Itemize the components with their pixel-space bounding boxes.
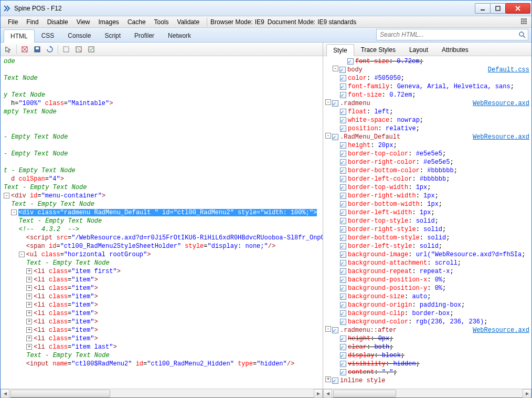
save-icon[interactable] — [31, 44, 43, 55]
decl-checkbox[interactable] — [340, 193, 346, 199]
style-declaration[interactable]: background-position-x: 0%; — [325, 276, 529, 284]
dom-node[interactable]: -<ul class="horizontal rootGroup"> — [4, 250, 323, 259]
decl-checkbox[interactable] — [340, 218, 346, 224]
decl-checkbox[interactable] — [340, 319, 346, 325]
document-mode-value[interactable]: IE9 standards — [315, 18, 356, 26]
decl-checkbox[interactable] — [340, 159, 346, 165]
clear-cache-icon[interactable] — [19, 44, 30, 55]
expand-toggle-icon[interactable]: - — [325, 326, 331, 332]
style-declaration[interactable]: border-left-color: #bbbbbb; — [325, 175, 529, 183]
dom-node[interactable]: <input name="ctl00$RadMenu2" id="ctl00_R… — [4, 360, 323, 368]
dom-node[interactable]: - Empty Text Node — [4, 133, 323, 141]
html-hscrollbar[interactable]: ◂ ▸ — [1, 389, 323, 397]
expand-toggle-icon[interactable]: + — [325, 376, 331, 382]
decl-checkbox[interactable] — [340, 125, 346, 132]
decl-checkbox[interactable] — [340, 226, 346, 233]
dom-node[interactable]: <span id="ctl00_RadMenu2StyleSheetHolder… — [4, 242, 323, 250]
dom-node[interactable]: <script src="/WebResource.axd?d=r0Ji5FrO… — [4, 234, 323, 242]
rule-checkbox[interactable] — [332, 378, 338, 384]
tab-css[interactable]: CSS — [35, 29, 61, 42]
expand-toggle-icon[interactable]: + — [26, 310, 32, 316]
style-declaration[interactable]: border-right-color: #e5e5e5; — [325, 158, 529, 166]
style-declaration[interactable]: border-top-color: #e5e5e5; — [325, 150, 529, 158]
dom-node[interactable]: +<li class="item"> — [4, 326, 323, 334]
tab-console[interactable]: Console — [61, 29, 98, 42]
decl-checkbox[interactable] — [340, 352, 346, 359]
style-declaration[interactable]: border-bottom-style: solid; — [325, 234, 529, 242]
decl-checkbox[interactable] — [340, 268, 346, 275]
decl-checkbox[interactable] — [340, 167, 346, 174]
expand-toggle-icon[interactable]: + — [26, 277, 32, 282]
dom-node[interactable]: -<div class="radmenu RadMenu_Default " i… — [4, 208, 323, 217]
expand-toggle-icon[interactable]: - — [19, 252, 25, 257]
decl-checkbox[interactable] — [340, 277, 346, 283]
dom-node[interactable]: Text - Empty Text Node — [4, 259, 323, 267]
dom-node[interactable] — [4, 158, 323, 166]
style-rule[interactable]: +inline style — [325, 376, 529, 385]
style-declaration[interactable]: border-right-style: solid; — [325, 225, 529, 234]
menu-validate[interactable]: Validate — [173, 17, 204, 27]
decl-checkbox[interactable] — [340, 210, 346, 216]
minimize-button[interactable] — [475, 3, 491, 14]
dom-node[interactable]: t - Empty Text Node — [4, 166, 323, 175]
style-declaration[interactable]: position: relative; — [325, 124, 529, 133]
style-declaration[interactable]: border-top-style: solid; — [325, 217, 529, 225]
source-link[interactable]: WebResource.axd — [462, 99, 529, 108]
decl-checkbox[interactable] — [340, 92, 346, 98]
style-declaration[interactable]: border-left-width: 1px; — [325, 208, 529, 217]
tab-network[interactable]: Network — [161, 29, 198, 42]
dom-node[interactable]: ode — [4, 57, 323, 66]
dom-node[interactable] — [4, 116, 323, 124]
expand-toggle-icon[interactable]: + — [26, 294, 32, 299]
subtab-trace-styles[interactable]: Trace Styles — [354, 44, 402, 56]
scroll-thumb[interactable] — [10, 390, 110, 397]
style-declaration[interactable]: border-left-style: solid; — [325, 242, 529, 250]
style-declaration[interactable]: content: "."; — [325, 368, 529, 376]
style-declaration[interactable]: background-origin: padding-box; — [325, 301, 529, 309]
expand-toggle-icon[interactable]: + — [26, 319, 32, 324]
decl-checkbox[interactable] — [340, 336, 346, 342]
style-declaration[interactable]: float: left; — [325, 108, 529, 116]
style-rule[interactable]: -.radmenu::afterWebResource.axd — [325, 326, 529, 334]
dom-node[interactable] — [4, 82, 323, 91]
expand-toggle-icon[interactable]: - — [325, 99, 331, 105]
menu-tools[interactable]: Tools — [150, 17, 173, 27]
scroll-left-icon[interactable]: ◂ — [323, 389, 332, 398]
rule-checkbox[interactable] — [339, 67, 346, 73]
dom-node[interactable]: Text - Empty Text Node — [4, 351, 323, 360]
dom-node[interactable] — [4, 124, 323, 133]
decl-checkbox[interactable] — [340, 285, 346, 291]
dom-node[interactable]: +<li class="item"> — [4, 284, 323, 292]
tab-html[interactable]: HTML — [4, 29, 35, 43]
dom-node[interactable]: +<li class="item first"> — [4, 267, 323, 276]
decl-checkbox[interactable] — [340, 302, 346, 308]
style-declaration[interactable]: font-family: Geneva, Arial, Helvetica, s… — [325, 82, 529, 91]
decl-checkbox[interactable] — [340, 75, 346, 81]
decl-checkbox[interactable] — [340, 151, 346, 157]
style-declaration[interactable]: color: #505050; — [325, 74, 529, 82]
style-declaration[interactable]: background-position-y: 0%; — [325, 284, 529, 292]
validate-icon[interactable] — [86, 44, 97, 55]
style-rule[interactable]: -bodyDefault.css — [325, 66, 529, 74]
decl-checkbox[interactable] — [340, 142, 346, 149]
dom-node[interactable]: +<li class="item"> — [4, 334, 323, 343]
style-declaration[interactable]: font-size: 0.72em; — [325, 91, 529, 99]
style-rules[interactable]: font-size: 0.72em;-bodyDefault.csscolor:… — [323, 56, 531, 389]
expand-toggle-icon[interactable]: - — [325, 133, 331, 139]
decl-checkbox[interactable] — [340, 344, 346, 350]
scroll-right-icon[interactable]: ▸ — [314, 389, 323, 398]
style-declaration[interactable]: border-bottom-color: #bbbbbb; — [325, 166, 529, 175]
tab-profiler[interactable]: Profiler — [127, 29, 161, 42]
decl-checkbox[interactable] — [340, 83, 346, 90]
source-link[interactable]: WebResource.axd — [462, 326, 529, 334]
style-declaration[interactable]: clear: both; — [325, 343, 529, 351]
decl-checkbox[interactable] — [340, 369, 346, 375]
pointer-tool-icon[interactable] — [3, 44, 14, 55]
search-box[interactable] — [376, 29, 528, 40]
style-declaration[interactable]: height: 20px; — [325, 141, 529, 150]
dom-node[interactable]: h="100%" class="Maintable"> — [4, 99, 323, 108]
expand-toggle-icon[interactable]: + — [26, 285, 32, 291]
dom-node[interactable]: -<div id="menu-container"> — [4, 192, 323, 200]
style-declaration[interactable]: border-right-width: 1px; — [325, 192, 529, 200]
dom-node[interactable]: +<li class="item last"> — [4, 343, 323, 351]
